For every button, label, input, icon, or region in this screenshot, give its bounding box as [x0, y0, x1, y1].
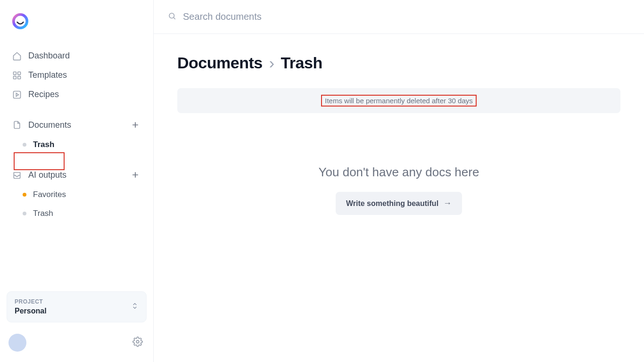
sidebar-item-ai-trash[interactable]: Trash: [17, 204, 147, 223]
svg-point-6: [136, 340, 139, 343]
main: Documents › Trash Items will be permanen…: [154, 0, 644, 362]
sidebar-item-templates[interactable]: Templates: [7, 66, 147, 85]
notice-bar: Items will be permanently deleted after …: [177, 88, 620, 113]
logo-icon: [11, 12, 29, 30]
write-button-label: Write something beautiful: [346, 199, 438, 208]
dot-icon: [23, 193, 26, 197]
nav-ai-outputs: AI outputs Favorites Trash: [7, 165, 147, 223]
play-square-icon: [12, 90, 22, 99]
add-ai-output-button[interactable]: [130, 169, 141, 181]
chevron-right-icon: ›: [269, 54, 274, 72]
search-icon: [168, 12, 176, 22]
home-icon: [12, 51, 22, 61]
sidebar-footer: [7, 332, 147, 354]
project-picker[interactable]: PROJECT Personal: [7, 291, 147, 322]
sidebar-item-label: Dashboard: [28, 51, 70, 61]
file-icon: [12, 120, 22, 130]
breadcrumb: Documents › Trash: [177, 54, 620, 72]
sidebar-item-favorites[interactable]: Favorites: [17, 185, 147, 204]
sidebar-item-label: AI outputs: [28, 170, 66, 180]
content: Documents › Trash Items will be permanen…: [154, 34, 644, 362]
dot-icon: [23, 212, 26, 215]
chevron-up-down-icon: [131, 302, 139, 312]
svg-rect-2: [18, 72, 21, 74]
sidebar-item-label: Documents: [28, 120, 71, 130]
svg-rect-1: [14, 72, 17, 74]
sidebar-item-dashboard[interactable]: Dashboard: [7, 46, 147, 66]
logo[interactable]: [7, 8, 147, 46]
nav-documents: Documents Trash: [7, 115, 147, 154]
dot-icon: [23, 143, 26, 147]
svg-point-7: [169, 13, 174, 18]
project-picker-label: PROJECT: [15, 298, 47, 305]
add-document-button[interactable]: [130, 119, 141, 131]
annotation-highlight: [14, 152, 65, 170]
gear-icon: [132, 337, 143, 347]
breadcrumb-root[interactable]: Documents: [177, 54, 263, 72]
arrow-right-icon: →: [443, 198, 452, 208]
grid-icon: [12, 71, 22, 80]
plus-icon: [131, 170, 140, 180]
sidebar-item-label: Favorites: [33, 190, 66, 199]
sidebar-item-label: Trash: [33, 209, 53, 218]
plus-icon: [131, 120, 140, 130]
nav-primary: Dashboard Templates Recipes: [7, 46, 147, 104]
sidebar-item-recipes[interactable]: Recipes: [7, 85, 147, 104]
svg-rect-5: [14, 91, 21, 98]
notice-text: Items will be permanently deleted after …: [321, 95, 477, 107]
svg-rect-3: [14, 76, 17, 79]
empty-state-title: You don't have any docs here: [319, 165, 479, 180]
project-picker-value: Personal: [15, 307, 47, 315]
settings-button[interactable]: [132, 337, 143, 349]
search-bar: [154, 0, 644, 34]
search-input[interactable]: [183, 11, 630, 22]
write-button[interactable]: Write something beautiful →: [336, 192, 462, 215]
sidebar-item-documents[interactable]: Documents: [7, 115, 147, 135]
svg-rect-4: [18, 76, 21, 79]
sidebar-item-label: Templates: [28, 70, 67, 80]
breadcrumb-current: Trash: [281, 54, 322, 72]
sidebar-item-label: Recipes: [28, 90, 59, 99]
inbox-icon: [12, 170, 22, 180]
sidebar-item-label: Trash: [33, 140, 54, 149]
empty-state: You don't have any docs here Write somet…: [177, 165, 620, 215]
sidebar-item-documents-trash[interactable]: Trash: [17, 135, 147, 154]
svg-point-0: [14, 15, 27, 28]
documents-subnav: Trash: [7, 135, 147, 154]
ai-outputs-subnav: Favorites Trash: [7, 185, 147, 223]
sidebar: Dashboard Templates Recipes Documents: [0, 0, 154, 362]
avatar[interactable]: [8, 334, 26, 352]
